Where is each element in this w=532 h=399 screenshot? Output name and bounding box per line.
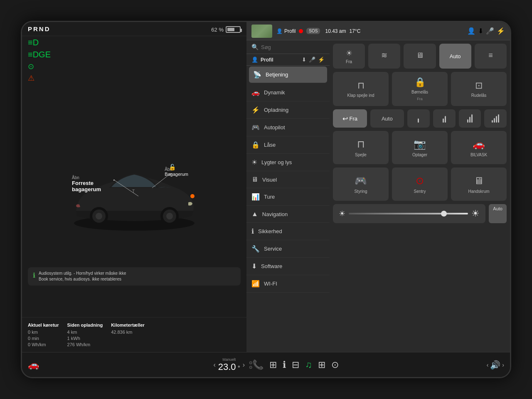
- brightness-slider[interactable]: [349, 213, 468, 214]
- wiper-bar: [471, 114, 473, 123]
- mic-icon[interactable]: 🎤: [309, 57, 315, 63]
- wiper-speed4-btn[interactable]: [484, 109, 507, 128]
- nav-item-autopilot[interactable]: 🎮 Autopilot: [246, 119, 330, 136]
- glovebox-icon: 🖥: [474, 175, 484, 187]
- sikkerhed-label: Sikkerhed: [258, 228, 282, 234]
- bt-icon[interactable]: ⚡: [318, 57, 325, 63]
- search-icon: 🔍: [251, 44, 259, 50]
- download-status-icon: ⬇: [478, 27, 483, 35]
- nav-item-software[interactable]: ⬇ Software: [246, 258, 330, 275]
- light-btn-fra[interactable]: ☀ Fra: [333, 44, 365, 69]
- wiper-bar: [496, 116, 497, 123]
- brightness-auto-btn[interactable]: Auto: [489, 204, 507, 223]
- info-text: Audiosystem utilg. - Horn/hyd virker mås…: [39, 271, 126, 282]
- forreste-bagagerum-label: Åbn Forrestebagagerum: [72, 175, 101, 192]
- nav-item-sikkerhed[interactable]: ℹ Sikkerhed: [246, 223, 330, 240]
- wiper-bar: [492, 120, 493, 123]
- steering-icon: 🎮: [355, 175, 367, 187]
- person-icon: 👤: [276, 28, 283, 34]
- temp-mode-label: Manuelt: [218, 357, 240, 362]
- visuel-icon: 🖥: [251, 176, 258, 183]
- vol-decrease-btn[interactable]: ‹: [487, 362, 489, 368]
- brightness-control: ☀ ☀: [333, 204, 485, 223]
- temp-increase-btn[interactable]: ›: [243, 361, 245, 369]
- nav-item-wifi[interactable]: 📶 WI-FI: [246, 275, 330, 293]
- wiper-speed1-btn[interactable]: [407, 109, 430, 128]
- profile-status-icon: 👤: [467, 27, 475, 35]
- nav-item-opladning[interactable]: ⚡ Opladning: [246, 101, 330, 119]
- forreste-title: Forrestebagagerum: [72, 180, 101, 192]
- camera-taskbar-icon[interactable]: ⊙: [331, 360, 339, 370]
- nav-item-laase[interactable]: 🔒 Låse: [246, 136, 330, 154]
- phone-icon[interactable]: 📞: [252, 360, 264, 370]
- service-icon: 🔧: [251, 245, 260, 253]
- nav-item-dynamik[interactable]: 🚗 Dynamik: [246, 84, 330, 101]
- download-icon[interactable]: ⬇: [302, 57, 306, 63]
- service-label: Service: [264, 246, 282, 252]
- wiper-auto-btn[interactable]: Auto: [370, 109, 404, 128]
- styring-btn[interactable]: 🎮 Styring: [333, 167, 389, 201]
- battery-indicator: 62 %: [211, 26, 241, 33]
- light-btn-auto[interactable]: Auto: [439, 44, 471, 69]
- seat-icon-left: ⊙: [249, 360, 252, 365]
- child-lock-icon: 🔒: [414, 77, 426, 88]
- info-circle-icon: ℹ: [33, 271, 35, 279]
- nav-item-navigation[interactable]: ▲ Navigation: [246, 206, 330, 223]
- search-input[interactable]: [261, 44, 331, 50]
- profile-top-button[interactable]: 👤 Profil: [276, 28, 296, 34]
- wiper-speed3-btn[interactable]: [459, 109, 481, 128]
- spejle-btn[interactable]: ⊓ Spejle: [333, 131, 389, 164]
- ture-label: Ture: [264, 194, 275, 200]
- taskbar-right: 📞 ⊞ ℹ ⊟ ♫ ⊞ ⊙ ‹ 🔊 ›: [252, 360, 504, 370]
- dynamik-icon: 🚗: [251, 89, 260, 96]
- top-right-status-icons: 👤 ⬇ 🎤 ⚡: [467, 27, 505, 35]
- temp-decrease-btn[interactable]: ‹: [213, 361, 215, 369]
- gallery-icon[interactable]: ⊞: [318, 360, 325, 370]
- betjening-icon: 📡: [253, 71, 261, 79]
- mirror-fold-icon: ⊓: [357, 80, 365, 91]
- temp-display: Manuelt 23.0 °: [218, 357, 240, 372]
- wiper-speed2-btn[interactable]: [433, 109, 456, 128]
- optager-btn[interactable]: 📷 Optager: [392, 131, 448, 164]
- left-panel: PRND 62 % ≡D ≡DGE ⊙ ⚠: [22, 22, 246, 352]
- clock-display: 10.43 am: [325, 28, 346, 34]
- bilvask-btn[interactable]: 🚗 BILVASK: [451, 131, 507, 164]
- profile-row-icon: 👤: [251, 57, 258, 63]
- wiper-bar: [418, 118, 419, 123]
- nav-item-lygter[interactable]: ☀ Lygter og lys: [246, 154, 330, 171]
- spotify-icon[interactable]: ♫: [305, 360, 312, 370]
- nav-item-service[interactable]: 🔧 Service: [246, 240, 330, 258]
- wiper-fra-btn[interactable]: ↩ Fra: [333, 109, 367, 128]
- car-svg: T: [59, 150, 209, 238]
- wiper-bar: [469, 117, 470, 123]
- sentry-btn[interactable]: ⊙ Sentry: [392, 167, 448, 201]
- action-row-1: ⊓ Spejle 📷 Optager 🚗 BILVASK: [333, 131, 507, 164]
- apps-icon[interactable]: ⊞: [269, 360, 277, 370]
- brightness-high-icon: ☀: [471, 208, 480, 219]
- wiper-bar: [498, 114, 499, 123]
- rudelas-btn[interactable]: ⊡ Rudelås: [451, 72, 507, 106]
- svg-text:T: T: [132, 189, 135, 194]
- bornelaas-btn[interactable]: 🔒 Børnelås Fra: [392, 72, 448, 106]
- info-taskbar-icon[interactable]: ℹ: [283, 360, 286, 370]
- nav-item-betjening[interactable]: 📡 Betjening: [249, 66, 327, 83]
- taskbar-car-icon[interactable]: 🚗: [28, 360, 39, 370]
- light-btn-dim[interactable]: ≋: [368, 44, 400, 69]
- trunk-lock-icon: 🔓: [169, 164, 176, 170]
- klap-spejle-btn[interactable]: ⊓ Klap spejle ind: [333, 72, 389, 106]
- nav-item-visuel[interactable]: 🖥 Visuel: [246, 171, 330, 188]
- map-preview[interactable]: [251, 25, 272, 38]
- light-btn-screen[interactable]: 🖥: [404, 44, 436, 69]
- nav-item-ture[interactable]: 📊 Ture: [246, 188, 330, 206]
- volume-icon[interactable]: 🔊: [490, 360, 500, 370]
- right-top-bar: 👤 Profil SOS 10.43 am 17°C 👤 ⬇ 🎤 ⚡: [246, 22, 510, 40]
- settings-nav: 🔍 👤 Profil ⬇ 🎤 ⚡: [246, 40, 330, 352]
- handskrum-btn[interactable]: 🖥 Handskrum: [451, 167, 507, 201]
- media-icon[interactable]: ⊟: [292, 360, 299, 370]
- sos-badge[interactable]: SOS: [306, 28, 320, 34]
- wiper-controls-row: ↩ Fra Auto: [333, 109, 507, 128]
- sun-small-icon: ☀: [346, 49, 352, 58]
- light-btn-side[interactable]: ≡: [475, 44, 507, 69]
- vol-increase-btn[interactable]: ›: [502, 362, 504, 368]
- mirror-controls-row: ⊓ Klap spejle ind 🔒 Børnelås Fra ⊡ Rudel…: [333, 72, 507, 106]
